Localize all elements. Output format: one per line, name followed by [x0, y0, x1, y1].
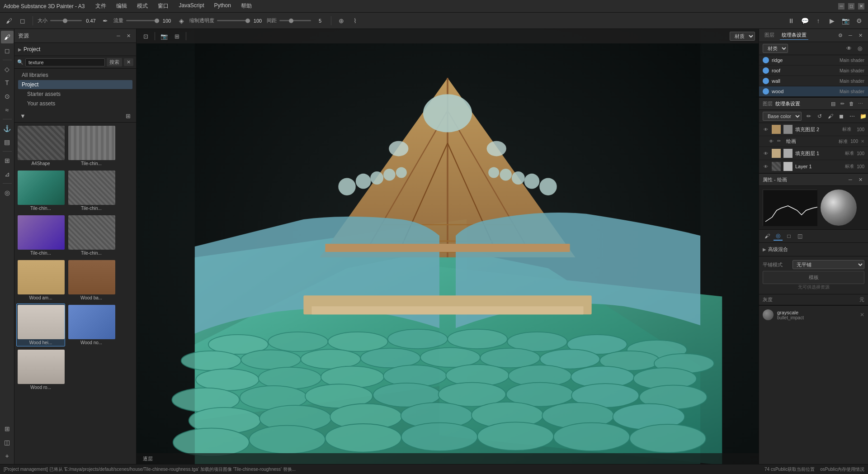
- assets-filter-btn[interactable]: ▼: [18, 112, 28, 120]
- spacing-slider[interactable]: [279, 20, 311, 21]
- lazy-rope-btn[interactable]: ⌇: [349, 15, 360, 26]
- assets-minimize-btn[interactable]: ─: [114, 32, 123, 40]
- shader-wood[interactable]: wood Main shader: [759, 86, 868, 97]
- vp-mode-select[interactable]: 材质: [730, 32, 755, 41]
- paint-brush-tool[interactable]: 🖌: [4, 15, 14, 26]
- project-row[interactable]: ▶ Project: [18, 45, 132, 54]
- layer-vis-1[interactable]: 👁: [763, 163, 769, 170]
- nav-all-libraries[interactable]: All libraries: [18, 71, 132, 80]
- tab-texture-sets[interactable]: 纹理条设置: [780, 31, 808, 40]
- bottom-tool-add[interactable]: +: [1, 450, 14, 462]
- flat-mode-select[interactable]: 无平铺: [793, 260, 864, 269]
- share-btn[interactable]: ↑: [813, 15, 824, 26]
- model-btn[interactable]: 模板: [763, 271, 864, 284]
- tex-edit-btn[interactable]: ✏: [804, 112, 813, 121]
- bottom-tool-2[interactable]: ◫: [1, 436, 14, 449]
- tex-rotate-btn[interactable]: ↺: [815, 112, 824, 121]
- menu-python[interactable]: Python: [212, 1, 232, 11]
- vp-layer-btn[interactable]: 逐层: [140, 455, 156, 463]
- assets-grid-btn[interactable]: ⊞: [124, 112, 132, 120]
- spacing-thumb[interactable]: [289, 19, 293, 23]
- search-button[interactable]: 搜索: [107, 58, 122, 66]
- search-input[interactable]: [25, 58, 105, 66]
- video-btn[interactable]: ▶: [826, 15, 837, 26]
- minimize-button[interactable]: ─: [838, 3, 844, 9]
- asset-a4shape[interactable]: A4Shape: [16, 124, 65, 167]
- size-thumb[interactable]: [63, 19, 67, 23]
- select-tool[interactable]: ◻: [1, 44, 14, 57]
- asset-tile-chin-5[interactable]: Tile-chin...: [67, 214, 116, 257]
- assets-grid[interactable]: A4Shape Tile-chin... Tile-chin... Tile-c…: [14, 123, 136, 464]
- assets-close-btn[interactable]: ✕: [124, 32, 132, 40]
- text-tool[interactable]: T: [1, 76, 14, 89]
- texture-mode-select[interactable]: Base color: [763, 112, 802, 121]
- shader-vis-btn[interactable]: ◎: [855, 44, 864, 53]
- viewport[interactable]: ⊡ 📷 ⊞ 材质 逐层: [137, 29, 759, 464]
- maximize-button[interactable]: □: [848, 3, 854, 9]
- tab-layers[interactable]: 图层: [763, 31, 776, 40]
- asset-wood-ba[interactable]: Wood ba...: [67, 259, 116, 302]
- projection-tool[interactable]: ⊿: [1, 168, 14, 180]
- pause-btn[interactable]: ⏸: [786, 15, 797, 26]
- smear-tool[interactable]: ≈: [1, 104, 14, 116]
- asset-wood-no[interactable]: Wood no...: [67, 303, 116, 346]
- bottom-tool-1[interactable]: ⊞: [1, 422, 14, 435]
- vp-grid-btn[interactable]: ⊞: [171, 31, 182, 42]
- layer-more-btn[interactable]: ⋯: [856, 100, 864, 108]
- material-select[interactable]: 材类: [763, 44, 788, 53]
- shader-wall[interactable]: wall Main shader: [759, 76, 868, 86]
- shader-settings-btn[interactable]: ⚙: [836, 31, 844, 39]
- layer-del-paint[interactable]: ✕: [861, 139, 864, 144]
- clone-tool[interactable]: ⊙: [1, 90, 14, 103]
- comment-btn[interactable]: 💬: [799, 15, 810, 26]
- tex-fill-btn[interactable]: ◼: [837, 112, 846, 121]
- layer-delete-btn[interactable]: 🗑: [847, 100, 855, 108]
- view-circle-btn[interactable]: ◎: [774, 232, 783, 241]
- layer-fill2[interactable]: 👁 填充图层 2 标准 100: [759, 123, 868, 136]
- symmetry-btn[interactable]: ⊕: [336, 15, 347, 26]
- asset-wood-am[interactable]: Wood am...: [16, 259, 65, 302]
- flow-thumb[interactable]: [155, 19, 159, 23]
- asset-wood-hei[interactable]: Wood hei...: [16, 303, 65, 346]
- menu-edit[interactable]: 编辑: [114, 1, 129, 11]
- props-close-btn[interactable]: ✕: [856, 175, 864, 184]
- size-slider[interactable]: [50, 20, 82, 21]
- eraser-tool[interactable]: ◻: [17, 15, 28, 26]
- flow-type-btn[interactable]: ◈: [176, 15, 187, 26]
- layer-vis-fill1[interactable]: 👁: [763, 150, 769, 156]
- bake-tool[interactable]: ◎: [1, 186, 14, 199]
- layer-1[interactable]: 👁 Layer 1 标准 100: [759, 160, 868, 173]
- uv-tool[interactable]: ⊞: [1, 154, 14, 167]
- layer-add-fill-btn[interactable]: ▤: [829, 100, 837, 108]
- props-minimize-btn[interactable]: ─: [846, 175, 854, 184]
- asset-tile-chin-3[interactable]: Tile-chin...: [67, 169, 116, 212]
- view-split-btn[interactable]: ◫: [795, 232, 804, 241]
- curve-canvas[interactable]: [763, 190, 817, 226]
- menu-window[interactable]: 窗口: [156, 1, 170, 11]
- menu-javascript[interactable]: JavaScript: [177, 1, 206, 11]
- layer-paint[interactable]: 👁 ✏ 绘画 标准 100 ✕: [759, 136, 868, 147]
- screenshot-btn[interactable]: 📷: [840, 15, 851, 26]
- view-square-btn[interactable]: □: [784, 232, 793, 241]
- asset-wood-ro[interactable]: Wood ro...: [16, 348, 65, 391]
- shader-minimize-btn[interactable]: ─: [846, 31, 854, 39]
- view-paint-btn[interactable]: 🖌: [763, 232, 772, 241]
- layer-add-paint-btn[interactable]: ✏: [838, 100, 846, 108]
- flow-slider[interactable]: [126, 20, 158, 21]
- brush-type-btn[interactable]: ✒: [100, 15, 111, 26]
- shader-ridge[interactable]: ridge Main shader: [759, 55, 868, 66]
- asset-tile-chin-4[interactable]: Tile-chin...: [16, 214, 65, 257]
- menu-mode[interactable]: 模式: [135, 1, 150, 11]
- menu-file[interactable]: 文件: [94, 1, 108, 11]
- search-clear-button[interactable]: ✕: [124, 58, 133, 66]
- opacity-thumb[interactable]: [245, 19, 250, 23]
- viewport-3d[interactable]: ⊡ 📷 ⊞ 材质 逐层: [137, 29, 759, 464]
- tex-brush-btn[interactable]: 🖌: [826, 112, 835, 121]
- nav-project[interactable]: Project: [18, 80, 132, 89]
- nav-your-assets[interactable]: Your assets: [18, 99, 132, 108]
- geometry-tool[interactable]: ◇: [1, 63, 14, 76]
- close-button[interactable]: ✕: [858, 3, 864, 9]
- opacity-slider[interactable]: [217, 20, 249, 21]
- shader-close-btn[interactable]: ✕: [856, 31, 864, 39]
- paint-tool[interactable]: 🖌: [1, 31, 14, 43]
